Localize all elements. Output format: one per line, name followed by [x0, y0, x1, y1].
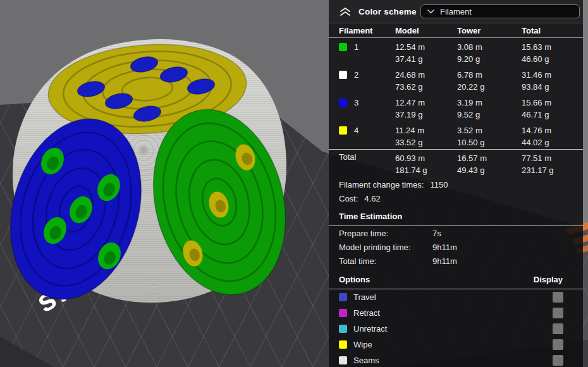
- filament-row: 2 24.68 m73.62 g 6.78 m20.22 g 31.46 m93…: [329, 66, 583, 93]
- total-weight-total: 231.17 g: [522, 164, 573, 176]
- col-filament: Filament: [339, 26, 395, 35]
- tower-weight: 9.52 g: [457, 109, 522, 121]
- time-label: Model printing time:: [339, 243, 432, 252]
- total-length: 15.63 m: [522, 41, 573, 53]
- filament-number: 2: [354, 69, 358, 81]
- app-window: sr: [0, 0, 588, 367]
- total-weight: 93.84 g: [522, 81, 573, 93]
- filament-row: 3 12.47 m37.19 g 3.19 m9.52 g 15.66 m46.…: [329, 93, 583, 121]
- option-color-swatch: [339, 309, 347, 317]
- options-header: Options Display: [329, 272, 583, 287]
- filament-row: 1 12.54 m37.41 g 3.08 m9.20 g 15.63 m46.…: [329, 38, 583, 66]
- totals-row: Total 60.93 m181.74 g 16.57 m49.43 g 77.…: [329, 150, 583, 177]
- panel-edge-strip: [583, 0, 588, 367]
- stat-value: 1150: [430, 180, 448, 190]
- option-label: Seams: [353, 356, 379, 365]
- table-header: Filament Model Tower Total: [329, 23, 583, 38]
- filament-color-swatch: [339, 126, 347, 135]
- model-weight-total: 181.74 g: [395, 164, 457, 176]
- time-estimation-title: Time Estimation: [329, 209, 583, 223]
- stat-value: 4.62: [364, 194, 380, 203]
- tower-weight: 10.50 g: [457, 136, 522, 148]
- tower-length: 3.19 m: [457, 97, 522, 109]
- display-column-label: Display: [534, 275, 563, 284]
- model-length: 24.68 m: [395, 69, 457, 81]
- model-length: 12.47 m: [395, 97, 457, 109]
- tower-length: 6.78 m: [457, 69, 522, 81]
- option-label: Wipe: [353, 340, 372, 349]
- total-weight: 44.02 g: [522, 136, 573, 148]
- panel-title: Color scheme: [358, 7, 417, 16]
- time-value: 9h11m: [432, 243, 457, 252]
- filament-row: 4 11.24 m33.52 g 3.52 m10.50 g 14.76 m44…: [329, 121, 583, 149]
- total-time-row: Total time: 9h11m: [329, 254, 583, 268]
- total-length: 15.66 m: [522, 97, 573, 109]
- panel-header: Color scheme Filament: [329, 0, 583, 23]
- model-weight: 33.52 g: [395, 136, 457, 148]
- time-label: Total time:: [339, 256, 432, 266]
- filament-color-swatch: [339, 71, 347, 79]
- dropdown-chevron-icon: [427, 9, 434, 14]
- time-value: 9h11m: [432, 256, 457, 266]
- stat-label: Filament change times:: [339, 180, 424, 190]
- model-weight: 37.19 g: [395, 109, 457, 121]
- option-row-retract: Retract: [329, 305, 583, 321]
- model-length: 11.24 m: [395, 124, 457, 136]
- tower-length: 3.08 m: [457, 41, 522, 53]
- display-checkbox[interactable]: [553, 355, 563, 366]
- time-value: 7s: [432, 229, 441, 238]
- dice-corner-center: [140, 147, 147, 154]
- color-scheme-panel: Color scheme Filament Filament Model Tow…: [329, 0, 583, 367]
- display-checkbox[interactable]: [553, 323, 563, 334]
- col-model: Model: [395, 26, 457, 35]
- col-total: Total: [522, 26, 573, 35]
- option-row-unretract: Unretract: [329, 321, 583, 337]
- option-label: Unretract: [353, 324, 387, 334]
- option-row-travel: Travel: [329, 289, 583, 305]
- total-weight: 46.60 g: [522, 53, 573, 65]
- dice-model[interactable]: [0, 38, 304, 315]
- option-row-wipe: Wipe: [329, 337, 583, 352]
- view-mode-dropdown[interactable]: Filament: [420, 4, 580, 18]
- option-row-seams: Seams: [329, 352, 583, 367]
- option-color-swatch: [339, 356, 347, 364]
- model-weight: 37.41 g: [395, 53, 457, 65]
- filament-number: 3: [354, 97, 358, 109]
- total-weight: 46.71 g: [522, 109, 573, 121]
- option-label: Travel: [353, 292, 376, 302]
- option-label: Retract: [353, 308, 380, 318]
- tower-weight: 20.22 g: [457, 81, 522, 93]
- filament-color-swatch: [339, 43, 347, 51]
- total-length: 31.46 m: [522, 69, 573, 81]
- stat-label: Cost:: [339, 194, 358, 203]
- tower-weight-total: 49.43 g: [457, 164, 522, 176]
- filament-change-times: Filament change times: 1150: [329, 177, 583, 191]
- total-label: Total: [339, 152, 395, 176]
- filament-number: 1: [354, 41, 358, 53]
- display-checkbox[interactable]: [553, 308, 563, 318]
- filament-color-swatch: [339, 99, 347, 107]
- option-color-swatch: [339, 340, 347, 349]
- tower-weight: 9.20 g: [457, 53, 522, 65]
- option-color-swatch: [339, 293, 347, 301]
- total-length: 14.76 m: [522, 124, 573, 136]
- model-weight: 73.62 g: [395, 81, 457, 93]
- collapse-panel-icon[interactable]: [339, 7, 352, 16]
- tower-length-total: 16.57 m: [457, 152, 522, 164]
- cost: Cost: 4.62: [329, 191, 583, 205]
- display-checkbox[interactable]: [553, 292, 563, 303]
- options-title: Options: [339, 275, 370, 284]
- dropdown-value: Filament: [440, 7, 472, 16]
- display-checkbox[interactable]: [553, 339, 563, 350]
- model-printing-time-row: Model printing time: 9h11m: [329, 240, 583, 254]
- model-length-total: 60.93 m: [395, 152, 457, 164]
- model-length: 12.54 m: [395, 41, 457, 53]
- prepare-time-row: Prepare time: 7s: [329, 226, 583, 240]
- filament-number: 4: [354, 124, 358, 136]
- col-tower: Tower: [457, 26, 522, 35]
- time-label: Prepare time:: [339, 229, 432, 238]
- tower-length: 3.52 m: [457, 124, 522, 136]
- total-length-total: 77.51 m: [522, 152, 573, 164]
- option-color-swatch: [339, 325, 347, 333]
